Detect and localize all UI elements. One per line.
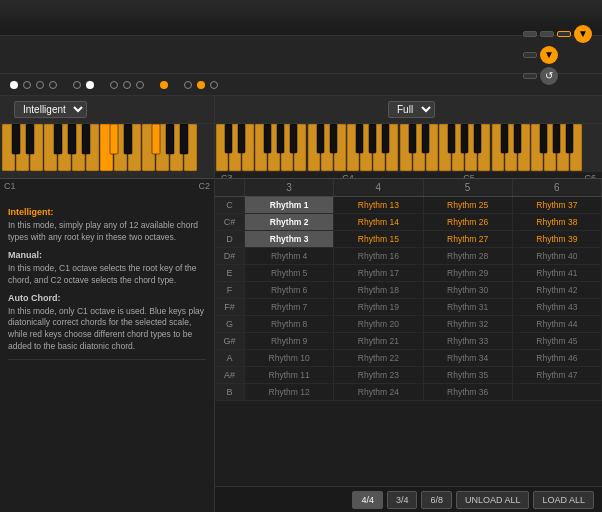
grid-cell[interactable] [513,384,602,400]
svg-rect-45 [356,124,363,153]
grid-cell[interactable]: Rhythm 44 [513,316,602,332]
dot-4[interactable] [49,81,57,89]
grid-cell[interactable]: Rhythm 35 [424,367,513,383]
grid-cell[interactable]: Rhythm 19 [334,299,423,315]
grid-cell[interactable]: Rhythm 43 [513,299,602,315]
grid-cell[interactable]: Rhythm 20 [334,316,423,332]
svg-rect-19 [110,124,118,154]
grid-cell[interactable]: Rhythm 11 [245,367,334,383]
fret-mode-select[interactable]: Intelligent [14,101,87,118]
grid-cell[interactable]: Rhythm 42 [513,282,602,298]
grid-cell[interactable]: Rhythm 37 [513,197,602,213]
grid-cell[interactable]: Rhythm 46 [513,350,602,366]
piano-right[interactable] [215,124,602,172]
grid-cell[interactable]: Rhythm 17 [334,265,423,281]
grid-cell[interactable]: Rhythm 39 [513,231,602,247]
grid-cell[interactable]: Rhythm 34 [424,350,513,366]
dot-9[interactable] [136,81,144,89]
btn-unload-all[interactable]: UNLOAD ALL [456,491,530,509]
row-label: C# [215,214,245,230]
grid-cell[interactable]: Rhythm 26 [424,214,513,230]
grid-cell[interactable]: Rhythm 18 [334,282,423,298]
grid-cell[interactable]: Rhythm 32 [424,316,513,332]
svg-rect-47 [382,124,389,153]
grid-col-3: 3 [245,179,334,196]
dot-8[interactable] [123,81,131,89]
btn-68[interactable]: 6/8 [421,491,452,509]
btn-load-all[interactable]: LOAD ALL [533,491,594,509]
grid-cell[interactable]: Rhythm 1 [245,197,334,213]
btn-stop[interactable] [523,52,537,58]
btn-round-2[interactable]: ▼ [540,46,558,64]
btn-fret-noise[interactable] [523,73,537,79]
rhythm-mode-select[interactable]: Full [388,101,435,118]
dot-11[interactable] [184,81,192,89]
app-header [0,0,602,36]
grid-cell[interactable]: Rhythm 29 [424,265,513,281]
dot-7[interactable] [110,81,118,89]
mode-auto-name: Auto Chord: [8,293,206,303]
svg-rect-68 [514,124,521,153]
main-area: Intelligent [0,96,602,512]
grid-cell[interactable]: Rhythm 28 [424,248,513,264]
dot-10[interactable] [160,81,168,89]
grid-cell[interactable]: Rhythm 9 [245,333,334,349]
grid-cell[interactable]: Rhythm 23 [334,367,423,383]
right-panel: Full [215,96,602,512]
grid-cell[interactable]: Rhythm 6 [245,282,334,298]
btn-a[interactable] [523,31,537,37]
btn-dbl[interactable] [557,31,571,37]
btn-44[interactable]: 4/4 [352,491,383,509]
dot-2[interactable] [23,81,31,89]
grid-cell[interactable]: Rhythm 4 [245,248,334,264]
grid-cell[interactable]: Rhythm 25 [424,197,513,213]
grid-cell[interactable]: Rhythm 8 [245,316,334,332]
grid-cell[interactable]: Rhythm 15 [334,231,423,247]
grid-cell[interactable]: Rhythm 38 [513,214,602,230]
grid-cell[interactable]: Rhythm 12 [245,384,334,400]
btn-b[interactable] [540,31,554,37]
dot-5[interactable] [73,81,81,89]
grid-cell[interactable]: Rhythm 10 [245,350,334,366]
grid-cell[interactable]: Rhythm 3 [245,231,334,247]
btn-round-1[interactable]: ▼ [574,25,592,43]
grid-cell[interactable]: Rhythm 40 [513,248,602,264]
grid-cell[interactable]: Rhythm 5 [245,265,334,281]
keyboard-left [0,124,214,179]
grid-cell[interactable]: Rhythm 31 [424,299,513,315]
btn-round-3[interactable]: ↺ [540,67,558,85]
grid-body: CRhythm 1Rhythm 13Rhythm 25Rhythm 37C#Rh… [215,197,602,401]
top-right-controls: ▼ ▼ ↺ [523,25,592,85]
grid-cell[interactable]: Rhythm 27 [424,231,513,247]
grid-cell[interactable]: Rhythm 2 [245,214,334,230]
table-row: ARhythm 10Rhythm 22Rhythm 34Rhythm 46 [215,350,602,367]
grid-cell[interactable]: Rhythm 41 [513,265,602,281]
table-row: FRhythm 6Rhythm 18Rhythm 30Rhythm 42 [215,282,602,299]
grid-cell[interactable]: Rhythm 45 [513,333,602,349]
grid-cell[interactable]: Rhythm 7 [245,299,334,315]
grid-cell[interactable]: Rhythm 22 [334,350,423,366]
grid-cell[interactable]: Rhythm 30 [424,282,513,298]
grid-cell[interactable]: Rhythm 47 [513,367,602,383]
grid-col-empty [215,179,245,196]
rhythm-mode-bar: Full [215,96,602,124]
svg-rect-46 [369,124,376,153]
grid-cell[interactable]: Rhythm 36 [424,384,513,400]
piano-left[interactable] [0,124,214,172]
dot-6[interactable] [86,81,94,89]
dot-13[interactable] [210,81,218,89]
dot-12[interactable] [197,81,205,89]
grid-cell[interactable]: Rhythm 21 [334,333,423,349]
grid-cell[interactable]: Rhythm 33 [424,333,513,349]
dot-1[interactable] [10,81,18,89]
grid-cell[interactable]: Rhythm 14 [334,214,423,230]
grid-cell[interactable]: Rhythm 24 [334,384,423,400]
svg-rect-34 [277,124,284,153]
grid-cell[interactable]: Rhythm 16 [334,248,423,264]
grid-cell[interactable]: Rhythm 13 [334,197,423,213]
btn-34[interactable]: 3/4 [387,491,418,509]
key-label-c1: C1 [4,181,16,191]
row-label: G# [215,333,245,349]
dot-3[interactable] [36,81,44,89]
grid-col-4: 4 [334,179,423,196]
